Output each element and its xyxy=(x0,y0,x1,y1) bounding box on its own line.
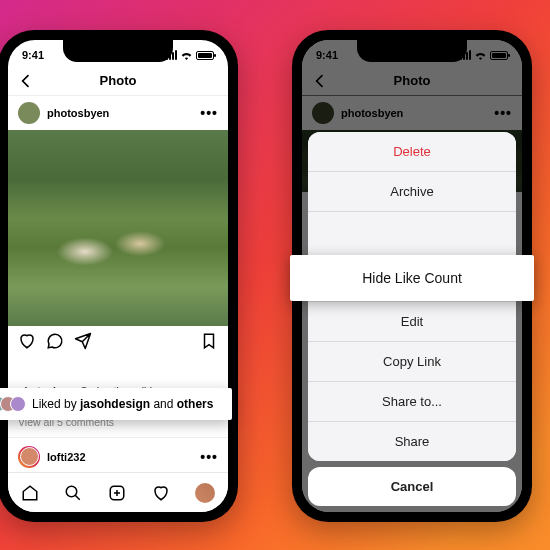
sheet-share[interactable]: Share xyxy=(308,422,516,461)
next-author-username[interactable]: lofti232 xyxy=(47,451,193,463)
notch xyxy=(63,40,173,62)
tab-bar xyxy=(8,472,228,512)
post-options-button[interactable]: ••• xyxy=(200,105,218,121)
phone-right: 9:41 Photo photosbyen ••• xyxy=(292,30,532,522)
phone-left: 9:41 Photo photosbyen ••• xyxy=(0,30,238,522)
sheet-share-to[interactable]: Share to... xyxy=(308,382,516,422)
wifi-icon xyxy=(180,50,193,60)
post-image[interactable] xyxy=(8,130,228,326)
sheet-delete[interactable]: Delete xyxy=(308,132,516,172)
next-post-header: lofti232 ••• xyxy=(8,437,228,468)
profile-tab[interactable] xyxy=(195,483,215,503)
notch xyxy=(357,40,467,62)
next-post-options[interactable]: ••• xyxy=(200,449,218,465)
battery-icon xyxy=(196,51,214,60)
author-avatar[interactable] xyxy=(18,102,40,124)
chevron-left-icon xyxy=(18,73,34,89)
liked-by-avatars xyxy=(0,396,26,412)
author-username[interactable]: photosbyen xyxy=(47,107,193,119)
sheet-archive[interactable]: Archive xyxy=(308,172,516,212)
comment-icon[interactable] xyxy=(46,332,64,350)
like-icon[interactable] xyxy=(18,332,36,350)
post-actions xyxy=(8,326,228,352)
liked-by-text: Liked by jasohdesign and others xyxy=(32,397,213,411)
home-icon[interactable] xyxy=(21,484,39,502)
hide-like-count-callout[interactable]: Hide Like Count xyxy=(290,255,534,301)
status-time: 9:41 xyxy=(22,49,44,61)
search-icon[interactable] xyxy=(64,484,82,502)
post-header: photosbyen ••• xyxy=(8,96,228,130)
svg-point-0 xyxy=(67,486,78,497)
sheet-edit[interactable]: Edit xyxy=(308,302,516,342)
activity-icon[interactable] xyxy=(152,484,170,502)
liked-by-callout[interactable]: Liked by jasohdesign and others xyxy=(0,388,232,420)
nav-header: Photo xyxy=(8,66,228,96)
share-icon[interactable] xyxy=(74,332,92,350)
bookmark-icon[interactable] xyxy=(200,332,218,350)
next-author-avatar[interactable] xyxy=(18,446,40,468)
action-sheet: Delete Archive . Turn Off Commenting Edi… xyxy=(308,132,516,506)
screen-left: 9:41 Photo photosbyen ••• xyxy=(8,40,228,512)
page-title: Photo xyxy=(100,73,137,88)
sheet-cancel[interactable]: Cancel xyxy=(308,467,516,506)
sheet-copy-link[interactable]: Copy Link xyxy=(308,342,516,382)
create-icon[interactable] xyxy=(108,484,126,502)
back-button[interactable] xyxy=(18,73,34,89)
status-indicators xyxy=(166,50,214,60)
